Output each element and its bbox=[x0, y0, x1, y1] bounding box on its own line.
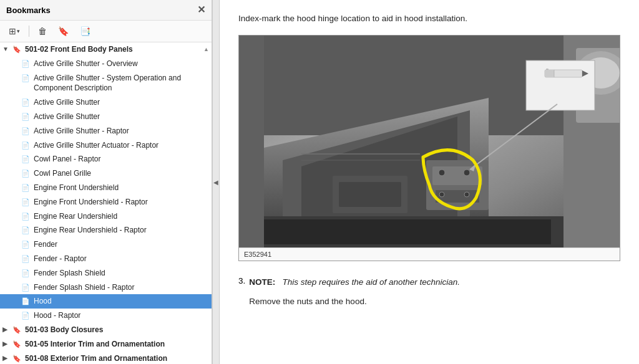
sidebar-collapse-handle[interactable]: ◀ bbox=[212, 0, 220, 364]
tree-item-ags2[interactable]: 📄 Active Grille Shutter bbox=[0, 110, 212, 124]
svg-rect-19 bbox=[526, 60, 595, 110]
instruction-text: Index-mark the hood hinge location to ai… bbox=[238, 12, 620, 25]
tree-section-501-08[interactable]: ▶ 🔖 501-08 Exterior Trim and Ornamentati… bbox=[0, 352, 212, 364]
item-label-ags-overview: Active Grille Shutter - Overview bbox=[34, 59, 209, 69]
item-label-fss: Fender Splash Shield bbox=[34, 268, 209, 279]
doc-icon-hood-raptor: 📄 bbox=[21, 311, 31, 320]
bookmark-icon-1: 🔖 bbox=[58, 26, 69, 36]
dropdown-arrow-icon: ▾ bbox=[17, 28, 20, 34]
svg-rect-30 bbox=[339, 182, 401, 207]
car-illustration bbox=[239, 36, 620, 247]
tree-item-fender-raptor[interactable]: 📄 Fender - Raptor bbox=[0, 252, 212, 266]
item-label-ags2: Active Grille Shutter bbox=[34, 112, 209, 122]
tree-item-hood-raptor[interactable]: 📄 Hood - Raptor bbox=[0, 309, 212, 323]
trash-icon: 🗑 bbox=[38, 26, 47, 36]
bookmark-button-1[interactable]: 🔖 bbox=[54, 24, 72, 39]
figure-id: E352941 bbox=[244, 251, 271, 258]
doc-icon-cowl-raptor: 📄 bbox=[21, 155, 31, 164]
note-label: NOTE: bbox=[249, 277, 275, 287]
svg-point-14 bbox=[439, 192, 444, 197]
item-label-ags-sysop: Active Grille Shutter - System Operation… bbox=[34, 73, 209, 94]
doc-icon-fss: 📄 bbox=[21, 269, 31, 278]
figure-image bbox=[239, 36, 620, 247]
tree-item-cowl-grille[interactable]: 📄 Cowl Panel Grille bbox=[0, 166, 212, 181]
bookmark-section-icon-05: 🔖 bbox=[12, 340, 22, 349]
svg-point-12 bbox=[439, 170, 445, 176]
svg-rect-18 bbox=[239, 36, 264, 247]
tree-section-501-03[interactable]: ▶ 🔖 501-03 Body Closures bbox=[0, 323, 212, 337]
section-label-501-08: 501-08 Exterior Trim and Ornamentation bbox=[25, 353, 209, 364]
tree-section-501-05[interactable]: ▶ 🔖 501-05 Interior Trim and Ornamentati… bbox=[0, 337, 212, 352]
doc-icon-ers: 📄 bbox=[21, 212, 31, 221]
item-label-ers: Engine Rear Undershield bbox=[34, 211, 209, 222]
step-number: 3. bbox=[238, 276, 245, 285]
step-3-content: NOTE: This step requires the aid of anot… bbox=[249, 276, 460, 308]
doc-icon-ags-raptor: 📄 bbox=[21, 127, 31, 136]
sidebar-title: Bookmarks bbox=[6, 6, 51, 15]
doc-icon-efs: 📄 bbox=[21, 183, 31, 193]
step-note: NOTE: This step requires the aid of anot… bbox=[249, 276, 460, 289]
doc-icon-hood: 📄 bbox=[21, 297, 31, 306]
bookmark-section-icon: 🔖 bbox=[12, 45, 22, 54]
item-label-ers-raptor: Engine Rear Undershield - Raptor bbox=[34, 225, 209, 236]
scroll-indicator: ▲ bbox=[203, 46, 209, 54]
section-label-501-02: 501-02 Front End Body Panels bbox=[25, 44, 201, 55]
bookmark-tree: ▼ 🔖 501-02 Front End Body Panels ▲ 📄 Act… bbox=[0, 42, 212, 364]
doc-icon-ers-raptor: 📄 bbox=[21, 226, 31, 235]
collapse-icon-501-02: ▼ bbox=[2, 45, 11, 54]
note-text: This step requires the aid of another te… bbox=[283, 277, 460, 287]
section-label-501-03: 501-03 Body Closures bbox=[25, 325, 209, 335]
doc-icon-agsa-raptor: 📄 bbox=[21, 141, 31, 150]
tree-item-efs[interactable]: 📄 Engine Front Undershield bbox=[0, 181, 212, 195]
tree-item-ags-raptor[interactable]: 📄 Active Grille Shutter - Raptor bbox=[0, 124, 212, 138]
tree-item-ags1[interactable]: 📄 Active Grille Shutter bbox=[0, 95, 212, 110]
tree-section-501-02[interactable]: ▼ 🔖 501-02 Front End Body Panels ▲ bbox=[0, 42, 212, 57]
section-label-501-05: 501-05 Interior Trim and Ornamentation bbox=[25, 339, 209, 350]
bookmark-section-icon-03: 🔖 bbox=[12, 325, 22, 335]
bookmark-button-2[interactable]: 📑 bbox=[76, 24, 94, 39]
item-label-fender: Fender bbox=[34, 239, 209, 250]
item-label-fss-raptor: Fender Splash Shield - Raptor bbox=[34, 282, 209, 293]
tree-item-fss[interactable]: 📄 Fender Splash Shield bbox=[0, 266, 212, 280]
tree-item-hood[interactable]: 📄 Hood bbox=[0, 294, 212, 309]
sidebar: Bookmarks ✕ ⊞ ▾ 🗑 🔖 📑 ▼ 🔖 501-02 Front E… bbox=[0, 0, 212, 364]
doc-icon-efs-raptor: 📄 bbox=[21, 198, 31, 207]
sidebar-titlebar: Bookmarks ✕ bbox=[0, 0, 212, 21]
item-label-agsa-raptor: Active Grille Shutter Actuator - Raptor bbox=[34, 140, 209, 151]
expand-icon-501-05: ▶ bbox=[2, 340, 11, 348]
doc-icon-ags1: 📄 bbox=[21, 98, 31, 107]
item-label-efs: Engine Front Undershield bbox=[34, 183, 209, 193]
svg-rect-10 bbox=[432, 166, 482, 185]
tree-item-fender[interactable]: 📄 Fender bbox=[0, 237, 212, 252]
tree-item-agsa-raptor[interactable]: 📄 Active Grille Shutter Actuator - Rapto… bbox=[0, 138, 212, 153]
doc-icon-ags-overview: 📄 bbox=[21, 59, 31, 69]
close-button[interactable]: ✕ bbox=[197, 5, 205, 15]
tree-item-ags-sysop[interactable]: 📄 Active Grille Shutter - System Operati… bbox=[0, 71, 212, 96]
item-label-fender-raptor: Fender - Raptor bbox=[34, 254, 209, 264]
item-label-hood: Hood bbox=[34, 296, 209, 307]
figure-container: E352941 bbox=[238, 35, 620, 261]
tree-item-fss-raptor[interactable]: 📄 Fender Splash Shield - Raptor bbox=[0, 280, 212, 295]
step-3-container: 3. NOTE: This step requires the aid of a… bbox=[238, 276, 620, 308]
tree-item-cowl-raptor[interactable]: 📄 Cowl Panel - Raptor bbox=[0, 152, 212, 166]
tree-item-efs-raptor[interactable]: 📄 Engine Front Undershield - Raptor bbox=[0, 195, 212, 209]
item-label-efs-raptor: Engine Front Undershield - Raptor bbox=[34, 197, 209, 208]
tree-item-ers-raptor[interactable]: 📄 Engine Rear Undershield - Raptor bbox=[0, 223, 212, 237]
doc-icon-fender: 📄 bbox=[21, 240, 31, 249]
bookmark-icon-2: 📑 bbox=[80, 26, 90, 36]
expand-all-button[interactable]: ⊞ ▾ bbox=[5, 24, 24, 39]
item-label-ags1: Active Grille Shutter bbox=[34, 97, 209, 108]
figure-caption: E352941 bbox=[239, 247, 620, 261]
toolbar-divider-1 bbox=[29, 26, 29, 37]
expand-icon-501-08: ▶ bbox=[2, 354, 11, 363]
item-label-hood-raptor: Hood - Raptor bbox=[34, 310, 209, 321]
doc-icon-ags2: 📄 bbox=[21, 112, 31, 122]
tree-item-ags-overview[interactable]: 📄 Active Grille Shutter - Overview bbox=[0, 57, 212, 71]
expand-icon-501-03: ▶ bbox=[2, 325, 11, 334]
svg-point-13 bbox=[464, 170, 470, 176]
svg-point-15 bbox=[464, 192, 469, 197]
item-label-ags-raptor: Active Grille Shutter - Raptor bbox=[34, 126, 209, 136]
svg-rect-17 bbox=[264, 219, 551, 244]
delete-bookmark-button[interactable]: 🗑 bbox=[34, 24, 51, 39]
tree-item-ers[interactable]: 📄 Engine Rear Undershield bbox=[0, 209, 212, 224]
